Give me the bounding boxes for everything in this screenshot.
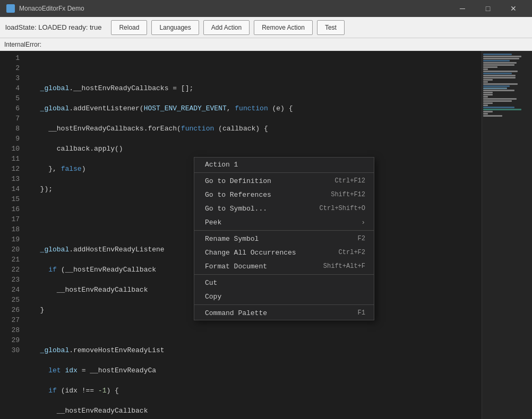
add-action-button[interactable]: Add Action <box>203 20 250 35</box>
ctx-rename-label: Rename Symbol <box>205 234 347 244</box>
ctx-rename-shortcut: F2 <box>358 234 365 244</box>
ctx-cut-label: Cut <box>205 278 365 288</box>
ctx-cut[interactable]: Cut <box>194 276 374 290</box>
test-button[interactable]: Test <box>317 20 345 35</box>
reload-button[interactable]: Reload <box>111 20 147 35</box>
ctx-separator-3 <box>194 274 374 275</box>
ctx-goto-def-shortcut: Ctrl+F12 <box>334 176 365 186</box>
code-line: __hostEnvReadyCallback <box>27 406 482 416</box>
status-text: loadState: LOADED ready: true <box>5 23 101 31</box>
close-button[interactable]: ✕ <box>501 0 526 17</box>
ctx-goto-sym-label: Go to Symbol... <box>205 204 309 214</box>
ctx-goto-ref-label: Go to References <box>205 190 320 200</box>
ctx-cmd-palette-label: Command Palette <box>205 308 347 318</box>
code-line <box>27 325 482 335</box>
minimap <box>482 51 532 419</box>
minimize-button[interactable]: ─ <box>450 0 475 17</box>
editor-container: 12345 678910 1112131415 1617181920 21222… <box>0 51 532 419</box>
ctx-format-doc-shortcut: Shift+Alt+F <box>323 261 365 272</box>
window-title: MonacoEditorFx Demo <box>19 5 446 12</box>
ctx-go-to-references[interactable]: Go to References Shift+F12 <box>194 188 374 202</box>
ctx-peek-arrow: › <box>361 217 365 228</box>
code-line: __hostEnvReadyCallbacks.forEach(function… <box>27 124 482 134</box>
code-line: if (idx !== -1) { <box>27 386 482 396</box>
ctx-go-to-symbol[interactable]: Go to Symbol... Ctrl+Shift+O <box>194 202 374 215</box>
remove-action-button[interactable]: Remove Action <box>254 20 313 35</box>
ctx-change-all-label: Change All Occurrences <box>205 248 328 258</box>
ctx-command-palette[interactable]: Command Palette F1 <box>194 306 374 320</box>
ctx-go-to-definition[interactable]: Go to Definition Ctrl+F12 <box>194 174 374 188</box>
app-icon <box>6 4 15 13</box>
context-menu: Action 1 Go to Definition Ctrl+F12 Go to… <box>194 157 374 320</box>
ctx-action1-label: Action 1 <box>205 160 365 170</box>
ctx-action1[interactable]: Action 1 <box>194 158 374 171</box>
ctx-format-doc-label: Format Document <box>205 261 313 272</box>
toolbar: loadState: LOADED ready: true Reload Lan… <box>0 17 532 38</box>
error-bar: InternalError: <box>0 38 532 51</box>
ctx-peek-label: Peek <box>205 217 357 228</box>
code-line: _global.removeHostEnvReadyList <box>27 345 482 355</box>
title-bar: MonacoEditorFx Demo ─ □ ✕ <box>0 0 532 17</box>
code-line: callback.apply() <box>27 144 482 154</box>
ctx-copy-label: Copy <box>205 292 365 302</box>
ctx-separator-4 <box>194 304 374 305</box>
code-line <box>27 63 482 73</box>
ctx-goto-sym-shortcut: Ctrl+Shift+O <box>320 204 365 214</box>
editor-main[interactable]: 12345 678910 1112131415 1617181920 21222… <box>0 51 482 419</box>
error-label: InternalError: <box>4 41 41 48</box>
code-line: _global.addEventListener(HOST_ENV_READY_… <box>27 103 482 114</box>
ctx-goto-def-label: Go to Definition <box>205 176 324 186</box>
ctx-goto-ref-shortcut: Shift+F12 <box>331 190 365 200</box>
ctx-peek[interactable]: Peek › <box>194 215 374 229</box>
ctx-separator-2 <box>194 230 374 231</box>
languages-button[interactable]: Languages <box>151 20 199 35</box>
ctx-format-doc[interactable]: Format Document Shift+Alt+F <box>194 259 374 273</box>
code-line: _global.__hostEnvReadyCallbacks = []; <box>27 83 482 93</box>
ctx-change-all-shortcut: Ctrl+F2 <box>339 248 365 258</box>
window-controls: ─ □ ✕ <box>450 0 526 17</box>
ctx-rename-symbol[interactable]: Rename Symbol F2 <box>194 232 374 246</box>
ctx-separator <box>194 172 374 173</box>
ctx-copy[interactable]: Copy <box>194 290 374 303</box>
ctx-change-all[interactable]: Change All Occurrences Ctrl+F2 <box>194 246 374 259</box>
line-numbers: 12345 678910 1112131415 1617181920 21222… <box>0 53 24 355</box>
maximize-button[interactable]: □ <box>476 0 500 17</box>
minimap-content <box>482 51 532 119</box>
ctx-cmd-palette-shortcut: F1 <box>358 308 365 318</box>
code-line: let idx = __hostEnvReadyCa <box>27 365 482 376</box>
